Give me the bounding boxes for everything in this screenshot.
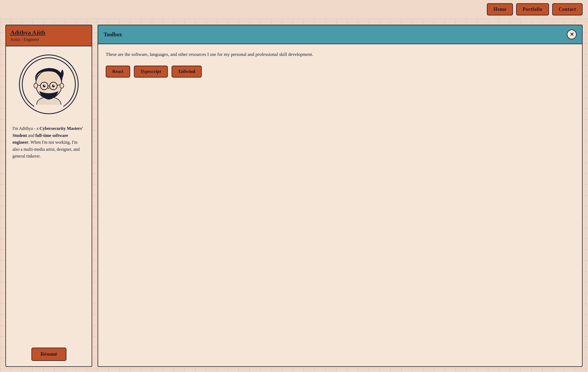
toolbox-header: Toolbox ✕ bbox=[98, 25, 582, 44]
toolbox-title: Toolbox bbox=[104, 31, 122, 38]
toolbox-panel: Toolbox ✕ These are the software, langua… bbox=[98, 25, 583, 367]
tool-react[interactable]: React bbox=[106, 66, 130, 78]
toolbox-close-button[interactable]: ✕ bbox=[567, 30, 577, 39]
nav-portfolio-button[interactable]: Portfolio bbox=[516, 3, 549, 15]
avatar-illustration bbox=[22, 57, 76, 111]
profile-header: Adithya Ajith Artist / Engineer bbox=[6, 25, 92, 46]
close-icon: ✕ bbox=[570, 31, 574, 37]
nav-home-button[interactable]: Home bbox=[487, 3, 513, 15]
resume-button[interactable]: Résumé bbox=[31, 348, 66, 361]
resume-button-container: Résumé bbox=[6, 342, 92, 366]
profile-name: Adithya Ajith bbox=[10, 29, 87, 36]
toolbox-body: These are the software, languages, and o… bbox=[98, 44, 582, 366]
navbar: Home Portfolio Contact bbox=[0, 0, 588, 19]
toolbox-description: These are the software, languages, and o… bbox=[106, 51, 574, 58]
toolbox-tags: React Typescript Tailwind bbox=[106, 66, 574, 78]
tool-tailwind[interactable]: Tailwind bbox=[172, 66, 202, 78]
main-content: Adithya Ajith Artist / Engineer bbox=[0, 19, 588, 372]
nav-contact-button[interactable]: Contact bbox=[552, 3, 583, 15]
profile-card: Adithya Ajith Artist / Engineer bbox=[5, 25, 92, 367]
profile-bio: I'm Adithya - a Cybersecurity Masters' S… bbox=[6, 120, 92, 342]
profile-title: Artist / Engineer bbox=[10, 37, 87, 42]
svg-point-13 bbox=[34, 83, 38, 88]
svg-point-9 bbox=[43, 85, 46, 87]
avatar bbox=[19, 54, 79, 114]
tool-typescript[interactable]: Typescript bbox=[134, 66, 168, 78]
svg-point-11 bbox=[44, 85, 45, 86]
svg-point-12 bbox=[53, 85, 54, 86]
svg-point-10 bbox=[52, 85, 55, 87]
svg-point-14 bbox=[60, 83, 64, 88]
